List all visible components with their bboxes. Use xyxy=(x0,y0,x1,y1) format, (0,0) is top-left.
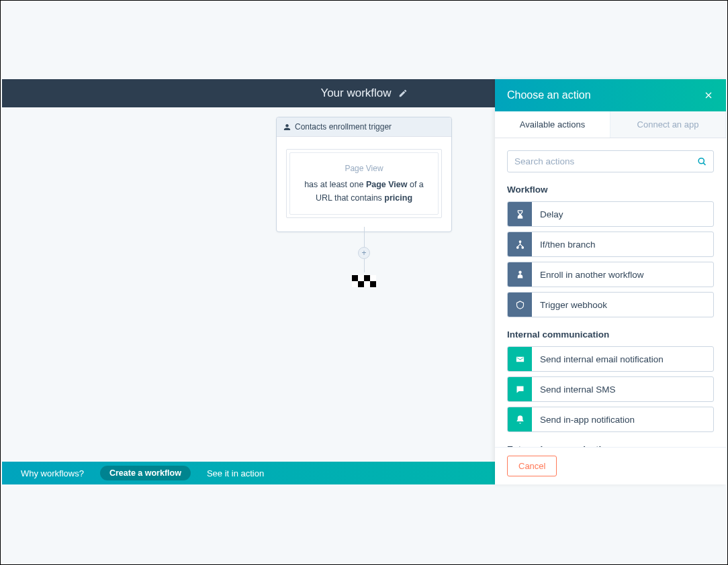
trigger-header-text: Contacts enrollment trigger xyxy=(295,122,392,132)
add-action-node[interactable]: + xyxy=(358,247,370,259)
action-in-app-notification[interactable]: Send in-app notification xyxy=(507,407,714,432)
edit-title-icon[interactable] xyxy=(398,89,408,98)
footer-create[interactable]: Create a workflow xyxy=(100,466,191,480)
action-enroll[interactable]: Enroll in another workflow xyxy=(507,262,714,287)
branch-icon xyxy=(508,232,532,256)
svg-point-3 xyxy=(522,246,524,248)
panel-title: Choose an action xyxy=(507,89,591,101)
enroll-icon xyxy=(508,262,532,287)
search-input[interactable] xyxy=(507,150,714,172)
tab-available-actions[interactable]: Available actions xyxy=(495,111,610,138)
sms-icon xyxy=(508,377,532,401)
action-internal-email[interactable]: Send internal email notification xyxy=(507,346,714,372)
mail-icon xyxy=(508,347,532,371)
svg-point-1 xyxy=(519,240,521,242)
action-delay[interactable]: Delay xyxy=(507,201,714,227)
webhook-icon xyxy=(508,293,532,317)
trigger-condition: Page View has at least one Page View of … xyxy=(289,152,439,215)
svg-point-0 xyxy=(698,158,704,163)
enrollment-trigger-card[interactable]: Contacts enrollment trigger Page View ha… xyxy=(276,117,452,232)
panel-footer: Cancel xyxy=(495,447,726,484)
footer-why[interactable]: Why workflows? xyxy=(21,468,84,478)
svg-point-4 xyxy=(518,271,520,273)
action-panel: Choose an action Available actions Conne… xyxy=(495,79,726,484)
close-icon[interactable] xyxy=(703,90,714,101)
bell-icon xyxy=(508,407,532,431)
panel-tabs: Available actions Connect an app xyxy=(495,111,726,138)
workflow-end-marker xyxy=(352,275,376,287)
action-branch[interactable]: If/then branch xyxy=(507,232,714,257)
action-webhook[interactable]: Trigger webhook xyxy=(507,292,714,317)
cancel-button[interactable]: Cancel xyxy=(507,456,557,476)
section-internal: Internal communication xyxy=(507,329,714,340)
hourglass-icon xyxy=(508,202,532,226)
section-workflow: Workflow xyxy=(507,185,714,195)
search-icon[interactable] xyxy=(697,156,707,166)
action-internal-sms[interactable]: Send internal SMS xyxy=(507,376,714,402)
workflow-title: Your workflow xyxy=(320,87,391,100)
search-actions-wrap xyxy=(507,150,714,172)
panel-header: Choose an action xyxy=(495,79,726,111)
trigger-card-header: Contacts enrollment trigger xyxy=(277,117,451,137)
person-icon xyxy=(283,123,291,131)
footer-see[interactable]: See it in action xyxy=(207,468,264,478)
trigger-badge: Page View xyxy=(297,162,431,175)
tab-connect-app[interactable]: Connect an app xyxy=(610,111,726,138)
svg-point-2 xyxy=(516,246,518,248)
